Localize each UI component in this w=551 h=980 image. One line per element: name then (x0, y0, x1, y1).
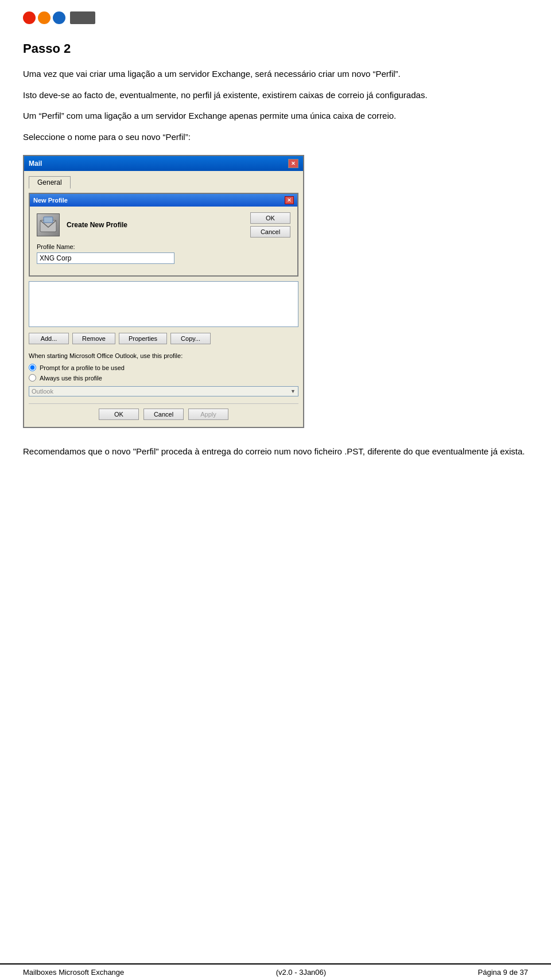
logo-circles (23, 11, 65, 24)
apply-button[interactable]: Apply (188, 409, 228, 420)
radio-always-input[interactable] (29, 374, 36, 382)
dialog-wrapper: Mail ✕ General New Profile ✕ (23, 155, 528, 428)
outlook-dropdown[interactable]: Outlook ▼ (29, 386, 298, 396)
body-paragraph3: Um “Perfil” com uma ligação a um servido… (23, 110, 528, 123)
logo-rect (70, 11, 95, 24)
post-dialog-text: Recomendamos que o novo "Perfil" proceda… (23, 445, 528, 458)
add-button[interactable]: Add... (29, 333, 69, 344)
dropdown-arrow-icon: ▼ (290, 388, 296, 394)
radio-prompt-label: Prompt for a profile to be used (40, 364, 125, 371)
new-profile-cancel-button[interactable]: Cancel (250, 226, 290, 238)
profile-list-area[interactable] (29, 281, 298, 327)
copy-button[interactable]: Copy... (170, 333, 211, 344)
profile-name-input[interactable] (37, 252, 174, 264)
tab-strip: General (29, 176, 298, 188)
ok-button[interactable]: OK (99, 409, 139, 420)
post-dialog-text-content: Recomendamos que o novo "Perfil" proceda… (23, 446, 525, 456)
mail-dialog-body: General New Profile ✕ (24, 171, 303, 427)
radio-always-label: Always use this profile (40, 375, 102, 382)
cancel-button[interactable]: Cancel (143, 409, 184, 420)
radio-prompt[interactable]: Prompt for a profile to be used (29, 364, 298, 371)
new-profile-ok-button[interactable]: OK (250, 212, 290, 224)
body-paragraph1: Uma vez que vai criar uma ligação a um s… (23, 68, 528, 81)
mail-close-button[interactable]: ✕ (288, 159, 298, 168)
properties-button[interactable]: Properties (119, 333, 167, 344)
radio-prompt-input[interactable] (29, 364, 36, 371)
profile-name-label: Profile Name: (37, 243, 290, 250)
new-profile-body: Create New Profile OK Cancel Profile Nam… (30, 207, 297, 275)
radio-always[interactable]: Always use this profile (29, 374, 298, 382)
page-footer: Mailboxes Microsoft Exchange (v2.0 - 3Ja… (0, 963, 551, 980)
profile-action-buttons: Add... Remove Properties Copy... (29, 333, 298, 344)
svg-rect-1 (44, 217, 53, 223)
mail-dialog-title: Mail (29, 160, 42, 168)
footer-right: Página 9 de 37 (478, 968, 528, 977)
new-profile-titlebar: New Profile ✕ (30, 194, 297, 207)
logo-area (23, 11, 528, 24)
step-title: Passo 2 (23, 41, 528, 56)
mail-dialog: Mail ✕ General New Profile ✕ (23, 155, 304, 428)
startup-section-label: When starting Microsoft Office Outlook, … (29, 352, 298, 359)
ok-cancel-buttons: OK Cancel (250, 212, 290, 238)
mail-titlebar-buttons: ✕ (288, 159, 298, 168)
logo-circle-orange (38, 11, 51, 24)
remove-button[interactable]: Remove (72, 333, 115, 344)
instruction-label: Seleccione o nome para o seu novo “Perfi… (23, 131, 528, 144)
new-profile-dialog: New Profile ✕ (29, 193, 298, 277)
dropdown-value: Outlook (32, 388, 53, 395)
new-profile-top: Create New Profile OK Cancel (37, 212, 290, 238)
create-new-profile-text: Create New Profile (67, 221, 127, 229)
logo-circle-blue (53, 11, 65, 24)
footer-center: (v2.0 - 3Jan06) (276, 968, 326, 977)
profile-icon (37, 213, 60, 236)
radio-group: Prompt for a profile to be used Always u… (29, 364, 298, 382)
new-profile-close-button[interactable]: ✕ (285, 196, 294, 204)
mail-dialog-titlebar: Mail ✕ (24, 156, 303, 171)
body-paragraph2: Isto deve-se ao facto de, eventualmente,… (23, 89, 528, 102)
logo-circle-red (23, 11, 36, 24)
tab-general[interactable]: General (29, 176, 71, 189)
profile-icon-img (37, 213, 60, 236)
footer-left: Mailboxes Microsoft Exchange (23, 968, 124, 977)
bottom-buttons: OK Cancel Apply (29, 403, 298, 422)
new-profile-title: New Profile (33, 197, 68, 204)
